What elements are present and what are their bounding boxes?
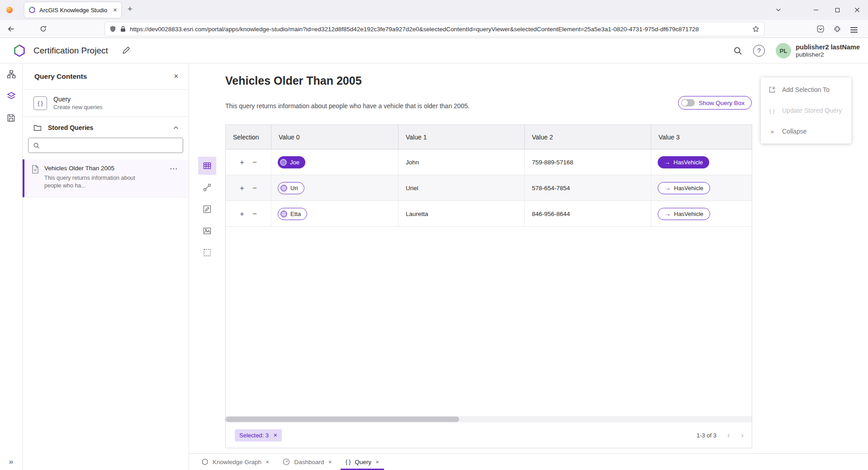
new-tab-button[interactable]: + — [128, 5, 133, 13]
table-footer: Selected: 3 ✕ 1-3 of 3 ‹ › — [226, 422, 752, 448]
tab-knowledge-graph[interactable]: Knowledge Graph ✕ — [194, 454, 276, 470]
relationship-label: HasVehicle — [674, 211, 703, 217]
show-query-box-toggle[interactable]: Show Query Box — [678, 96, 752, 110]
table-row[interactable]: + − Joe John 759-889-57168 →HasVehicle — [226, 149, 752, 175]
project-title: Certification Project — [33, 46, 108, 56]
chevron-up-icon[interactable] — [173, 125, 179, 130]
stored-query-item[interactable]: Vehicles Older Than 2005 This query retu… — [23, 159, 189, 197]
user-info: publisher2 lastName publisher2 — [796, 43, 860, 59]
column-header-selection[interactable]: Selection — [226, 125, 271, 149]
link-chart-view-button[interactable] — [198, 178, 216, 197]
stored-item-text: Vehicles Older Than 2005 This query retu… — [44, 165, 142, 190]
bookmark-star-icon[interactable] — [752, 25, 759, 33]
pagination: 1-3 of 3 ‹ › — [697, 431, 744, 439]
extensions-icon[interactable] — [834, 25, 841, 33]
toggle-switch[interactable] — [681, 99, 695, 106]
refresh-button[interactable] — [40, 25, 47, 32]
stored-item-description: This query returns information about peo… — [44, 174, 142, 190]
window-close-button[interactable] — [847, 0, 868, 20]
map-view-button[interactable] — [198, 222, 216, 240]
edit-view-button[interactable] — [198, 200, 216, 218]
menu-icon[interactable] — [850, 26, 858, 34]
url-text[interactable]: https://dev0028833.esri.com/portal/apps/… — [130, 26, 748, 33]
cell-value2: 846-956-8644 — [524, 201, 651, 226]
page-title: Vehicles Older Than 2005 — [225, 74, 362, 87]
menu-item-update-stored-query: { } Update Stored Query — [761, 100, 851, 121]
tab-close-icon[interactable]: ✕ — [328, 460, 332, 465]
select-tool-button[interactable] — [198, 244, 216, 262]
browser-tab-strip: ArcGIS Knowledge Studio ✕ + — [0, 0, 868, 20]
new-query-item[interactable]: { } Query Create new queries — [23, 90, 189, 117]
connection-lock-icon[interactable] — [120, 26, 126, 32]
tracking-protection-shield-icon[interactable] — [109, 25, 116, 33]
content-tabs: Knowledge Graph ✕ Dashboard ✕ { } Query … — [189, 453, 868, 470]
previous-page-icon[interactable]: ‹ — [727, 431, 730, 439]
column-header-value3[interactable]: Value 3 — [651, 125, 752, 149]
relationship-pill[interactable]: →HasVehicle — [658, 156, 709, 168]
tab-query[interactable]: { } Query ✕ — [339, 454, 386, 470]
tab-close-icon[interactable]: ✕ — [113, 7, 117, 13]
back-button[interactable] — [7, 25, 14, 33]
horizontal-scrollbar[interactable] — [226, 416, 752, 422]
contents-rail-button-active[interactable] — [0, 85, 22, 107]
remove-selection-button[interactable]: − — [252, 210, 257, 218]
url-bar[interactable]: https://dev0028833.esri.com/portal/apps/… — [105, 22, 764, 36]
entity-node-icon — [280, 185, 287, 192]
table-view-button[interactable] — [198, 157, 216, 175]
tab-close-icon[interactable]: ✕ — [266, 460, 269, 465]
arcgis-knowledge-logo[interactable] — [13, 44, 26, 58]
stored-queries-label: Stored Queries — [48, 124, 167, 131]
folder-icon — [33, 124, 42, 131]
data-model-rail-button[interactable] — [0, 63, 22, 85]
avatar[interactable]: PL — [776, 43, 791, 58]
relationship-pill[interactable]: →HasVehicle — [658, 182, 710, 194]
column-header-value0[interactable]: Value 0 — [271, 125, 398, 149]
window-maximize-button[interactable] — [827, 0, 848, 20]
tab-dashboard[interactable]: Dashboard ✕ — [276, 454, 338, 470]
stored-item-title: Vehicles Older Than 2005 — [44, 165, 142, 172]
expand-rail-icon[interactable]: » — [0, 457, 22, 466]
entity-pill[interactable]: Joe — [278, 156, 305, 168]
tab-title: ArcGIS Knowledge Studio — [39, 7, 109, 14]
remove-selection-button[interactable]: − — [252, 184, 257, 192]
add-selection-button[interactable]: + — [240, 184, 244, 192]
remove-selection-button[interactable]: − — [252, 158, 257, 166]
entity-node-icon — [280, 211, 287, 217]
entity-pill[interactable]: Etta — [278, 208, 307, 220]
left-rail: » — [0, 63, 23, 470]
window-minimize-button[interactable] — [806, 0, 826, 20]
selected-count-chip[interactable]: Selected: 3 ✕ — [235, 429, 282, 441]
edit-title-pencil-icon[interactable] — [122, 47, 130, 54]
panel-close-icon[interactable]: ✕ — [174, 73, 179, 80]
search-input[interactable] — [43, 142, 178, 149]
dashboard-icon — [283, 458, 290, 465]
menu-item-add-selection-to[interactable]: Add Selection To — [761, 79, 851, 100]
scrollbar-thumb[interactable] — [226, 417, 459, 422]
add-selection-button[interactable]: + — [240, 158, 244, 166]
next-page-icon[interactable]: › — [741, 431, 744, 439]
help-icon[interactable]: ? — [753, 45, 765, 57]
column-header-value1[interactable]: Value 1 — [398, 125, 524, 149]
user-menu[interactable]: PL publisher2 lastName publisher2 — [776, 43, 860, 59]
tab-close-icon[interactable]: ✕ — [375, 460, 379, 465]
relationship-pill[interactable]: →HasVehicle — [658, 208, 710, 220]
selected-count-label: Selected: 3 — [239, 432, 269, 439]
braces-glyph: { } — [769, 107, 775, 114]
add-selection-button[interactable]: + — [240, 210, 244, 218]
save-rail-button[interactable] — [0, 107, 22, 129]
browser-tab[interactable]: ArcGIS Knowledge Studio ✕ — [24, 2, 121, 18]
stored-queries-header[interactable]: Stored Queries — [23, 117, 189, 136]
column-header-value2[interactable]: Value 2 — [524, 125, 651, 149]
list-tabs-chevron-icon[interactable] — [775, 7, 782, 13]
table-row[interactable]: + − Etta Lauretta 846-956-8644 →HasVehic… — [226, 201, 752, 227]
tab-label: Dashboard — [294, 459, 324, 465]
save-to-pocket-icon[interactable] — [817, 25, 824, 33]
entity-pill[interactable]: Uri — [278, 182, 304, 194]
stored-queries-search[interactable] — [28, 138, 183, 153]
item-options-icon[interactable]: ⋯ — [170, 164, 178, 173]
search-icon[interactable] — [733, 46, 742, 55]
clear-selection-icon[interactable]: ✕ — [273, 432, 277, 438]
table-row[interactable]: + − Uri Uriel 578-654-7854 →HasVehicle — [226, 175, 752, 201]
firefox-icon[interactable] — [6, 7, 13, 13]
menu-item-collapse[interactable]: » Collapse — [761, 121, 851, 142]
